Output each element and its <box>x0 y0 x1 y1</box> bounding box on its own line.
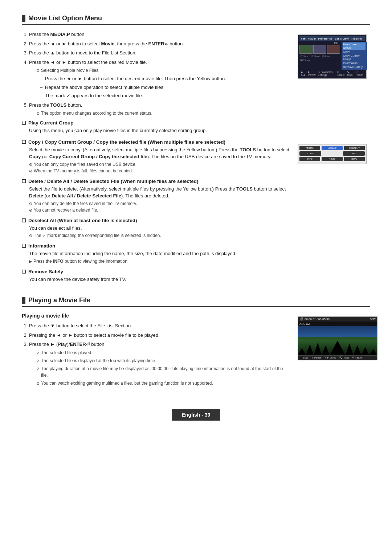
note-icon-8: ▶ <box>29 259 32 264</box>
copy-note-2-text: When the TV memory is full, files cannot… <box>34 168 133 173</box>
footer-all: ▶ ALL <box>301 71 306 76</box>
tab-folder: Folder <box>308 37 316 40</box>
delete-note-1-text: You can only delete the files saved in t… <box>34 201 137 206</box>
sky-area <box>298 326 377 337</box>
menu-play-current: Play Current Group <box>343 42 366 50</box>
footer-favorites: ★ Favourites Settings <box>318 71 335 76</box>
playing-note-2-text: The selected file is displayed at the to… <box>41 357 156 364</box>
playing-note-3-text: The playing duration of a movie file may… <box>41 365 290 379</box>
left-column: Press the MEDIA.P button. Press the ◄ or… <box>22 31 290 288</box>
playing-note-4-text: You can watch exciting gaming multimedia… <box>41 380 213 386</box>
section-title-playing: Playing a Movie File <box>22 296 370 307</box>
footer-badge: English - 39 <box>172 409 221 421</box>
delete-note-2-text: You cannot recover a deleted file. <box>34 208 98 213</box>
right-column: File Folder Preference Basic View Timeli… <box>298 31 370 288</box>
remote-row-1: TTX/MIX MEDIA.P CONTENT <box>299 146 365 150</box>
subsection-title-deselect: Deselect All (When at least one file is … <box>22 218 290 223</box>
screen-tab-bar: File Folder Preference Basic View Timeli… <box>299 36 365 41</box>
step5-note: ⊘ The option menu changes according to t… <box>36 110 290 116</box>
playing-right-col: 🎬 00:00:01 / 00:05:30 3/37 ABC.avi — SUN… <box>298 313 370 390</box>
footer-tools-play: 🔧 Tools <box>339 356 349 359</box>
subsection-body-remove: You can remove the device safely from th… <box>29 276 290 283</box>
btn-init: INIT <box>343 151 365 156</box>
note-icon-5: ⊘ <box>29 201 32 206</box>
time-display: 00:00:01 / 00:05:30 <box>305 318 330 321</box>
btn-page: P.SIZE <box>322 157 342 161</box>
menu-copy: Copy <box>343 50 366 54</box>
thumb-labels: 1024avi 1024avi 1024avi <box>299 55 340 58</box>
note-icon-3: ⊘ <box>29 162 32 167</box>
subsection-body-delete: Select the file to delete. (Alternativel… <box>29 185 290 200</box>
note-icon-7: ⊘ <box>29 233 32 238</box>
subsection-copy: Copy / Copy Current Group / Copy the sel… <box>22 139 290 173</box>
tab-file: File <box>301 37 306 40</box>
deselect-note: ⊘ The ✓ mark indicating the correspondin… <box>29 233 290 238</box>
tv-screen-mock: File Folder Preference Basic View Timeli… <box>298 34 367 79</box>
playing-footer: — SUN ⏸ Pause ◄► Jump 🔧 Tools ↩ Return <box>298 355 377 360</box>
video-area <box>298 326 377 355</box>
subsection-title-play: Play Current Group <box>22 120 290 126</box>
section-playing: Playing a Movie File Playing a movie fil… <box>22 296 370 390</box>
note-icon-p2: ⊘ <box>36 358 40 364</box>
step-4: Press the ◄ or ► button to select the de… <box>29 59 290 99</box>
note-icon-2: ⊘ <box>36 110 40 116</box>
thumb-1 <box>299 45 313 54</box>
remote-mock: TTX/MIX MEDIA.P CONTENT STYLE INIT INFO … <box>298 144 367 164</box>
step-2: Press the ◄ or ► button to select Movie,… <box>29 40 290 48</box>
btn-info: INFO <box>299 157 320 161</box>
screen-content: 1/11 1024avi 1024avi 1024avi ABCB.avi <box>299 42 365 70</box>
note-icon-p3: ⊘ <box>36 366 40 372</box>
page-indicator: 1/11 <box>299 42 340 44</box>
subsection-body-deselect: You can deselect all files. <box>29 225 290 232</box>
footer-sun: — SUN <box>299 356 308 359</box>
footer-jump: ◄► Jump <box>324 356 336 359</box>
sub-item-3: The mark ✓ appears to the selected movie… <box>40 92 290 99</box>
footer-label: English - 39 <box>182 412 211 418</box>
section-movie-list: Movie List Option Menu Press the MEDIA.P… <box>22 15 370 288</box>
delete-note-1: ⊘ You can only delete the files saved in… <box>29 201 290 206</box>
remote-spacer <box>323 151 342 156</box>
info-note-text: Press the INFO button to viewing the inf… <box>33 259 128 264</box>
btn-content: CONTENT <box>344 146 365 150</box>
selected-label: ABCB.avi <box>299 59 340 62</box>
subsection-title-copy: Copy / Copy Current Group / Copy the sel… <box>22 139 290 145</box>
subsection-body-copy: Select the movie to copy. (Alternatively… <box>29 146 290 160</box>
screen-footer: ▶ ALL ■ Device ★ Favourites Settings ☑ S… <box>299 70 365 77</box>
btn-style: STYLE <box>299 151 321 156</box>
footer-return-play: ↩ Return <box>352 356 363 359</box>
subsection-title-delete: Delete / Delete All / Delete Selected Fi… <box>22 179 290 184</box>
playing-note-1-text: The selected file is played. <box>41 349 92 356</box>
playing-screen-mock: 🎬 00:00:01 / 00:05:30 3/37 ABC.avi — SUN… <box>298 316 377 360</box>
copy-note-2: ⊘ When the TV memory is full, files cann… <box>29 168 290 173</box>
label-3: 1024avi <box>322 55 331 58</box>
playing-note-3: ⊘ The playing duration of a movie file m… <box>36 365 290 379</box>
tab-basic-view: Basic View <box>335 37 349 40</box>
steps-list: Press the MEDIA.P button. Press the ◄ or… <box>22 31 290 116</box>
subsection-deselect: Deselect All (When at least one file is … <box>22 218 290 238</box>
sub-item-2: Repeat the above operation to select mul… <box>40 84 290 91</box>
delete-note-2: ⊘ You cannot recover a deleted file. <box>29 208 290 213</box>
btn-dual: DUAL <box>344 157 365 161</box>
play-icon: 🎬 <box>299 318 303 321</box>
menu-remove-safely: Remove Safely <box>343 65 366 69</box>
remote-row-2: STYLE INIT <box>299 151 365 156</box>
subsection-delete: Delete / Delete All / Delete Selected Fi… <box>22 179 290 213</box>
playing-note-1: ⊘ The selected file is played. <box>36 349 290 356</box>
tree-silhouette <box>298 337 377 355</box>
playing-step-3: Press the ► (Play)/ENTER⏎ button. ⊘ The … <box>29 341 290 386</box>
copy-note-1-text: You can only copy the files saved on the… <box>34 162 136 167</box>
btn-ttxmix: TTX/MIX <box>299 146 320 150</box>
step5-note-text: The option menu changes according to the… <box>41 110 152 116</box>
deselect-note-text: The ✓ mark indicating the corresponding … <box>34 233 161 238</box>
subsection-remove-safely: Remove Safely You can remove the device … <box>22 269 290 283</box>
footer-return: ↩ Return <box>356 71 363 76</box>
note-text: Selecting Multiple Movie Files <box>41 67 98 74</box>
footer-pause: ⏸ Pause <box>311 356 322 359</box>
sub-item-1: Press the ◄ or ► button to select the de… <box>40 75 290 82</box>
playing-subsection-title: Playing a movie file <box>22 313 290 319</box>
note-icon-6: ⊘ <box>29 208 32 213</box>
thumb-3 <box>327 45 340 54</box>
playing-steps: Press the ▼ button to select the File Li… <box>22 322 290 386</box>
subsection-title-remove: Remove Safely <box>22 269 290 274</box>
copy-note-1: ⊘ You can only copy the files saved on t… <box>29 162 290 167</box>
